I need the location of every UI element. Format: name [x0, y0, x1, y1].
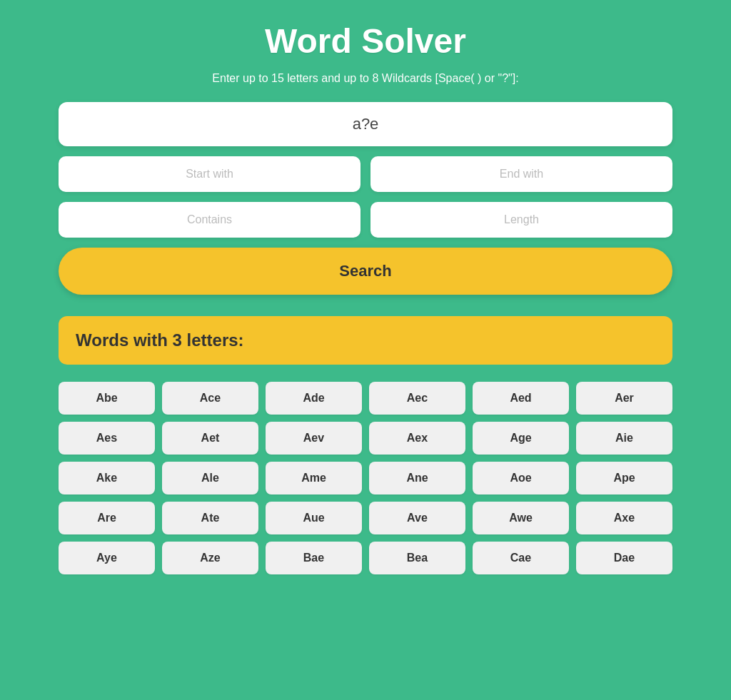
results-heading: Words with 3 letters:: [76, 330, 655, 350]
word-tile[interactable]: Abe: [59, 382, 155, 415]
word-tile[interactable]: Bae: [266, 542, 362, 574]
word-tile[interactable]: Cae: [473, 542, 569, 574]
word-tile[interactable]: Aze: [162, 542, 258, 574]
word-tile[interactable]: Ape: [576, 462, 672, 494]
word-tile[interactable]: Ate: [162, 502, 258, 534]
contains-input[interactable]: [59, 202, 361, 238]
word-tile[interactable]: Ane: [369, 462, 465, 494]
filter-row-1: [59, 156, 672, 192]
word-tile[interactable]: Dae: [576, 542, 672, 574]
word-tile[interactable]: Bea: [369, 542, 465, 574]
length-input[interactable]: [370, 202, 672, 238]
word-tile[interactable]: Aex: [369, 422, 465, 455]
word-tile[interactable]: Aer: [576, 382, 672, 415]
word-tile[interactable]: Aoe: [473, 462, 569, 494]
word-tile[interactable]: Aed: [473, 382, 569, 415]
word-tile[interactable]: Ade: [266, 382, 362, 415]
word-tile[interactable]: Aev: [266, 422, 362, 455]
main-search-input[interactable]: [59, 102, 672, 146]
word-tile[interactable]: Aec: [369, 382, 465, 415]
word-tile[interactable]: Ake: [59, 462, 155, 494]
word-tile[interactable]: Aes: [59, 422, 155, 455]
word-tile[interactable]: Ame: [266, 462, 362, 494]
end-with-input[interactable]: [370, 156, 672, 192]
word-tile[interactable]: Aye: [59, 542, 155, 574]
word-tile[interactable]: Axe: [576, 502, 672, 534]
word-tile[interactable]: Are: [59, 502, 155, 534]
words-grid: AbeAceAdeAecAedAerAesAetAevAexAgeAieAkeA…: [59, 382, 672, 574]
subtitle: Enter up to 15 letters and up to 8 Wildc…: [59, 72, 672, 85]
word-tile[interactable]: Aue: [266, 502, 362, 534]
results-header: Words with 3 letters:: [59, 316, 672, 365]
word-tile[interactable]: Aet: [162, 422, 258, 455]
word-tile[interactable]: Age: [473, 422, 569, 455]
filter-row-2: [59, 202, 672, 238]
search-button[interactable]: Search: [59, 248, 672, 295]
word-tile[interactable]: Ale: [162, 462, 258, 494]
word-tile[interactable]: Awe: [473, 502, 569, 534]
word-tile[interactable]: Aie: [576, 422, 672, 455]
word-tile[interactable]: Ave: [369, 502, 465, 534]
start-with-input[interactable]: [59, 156, 361, 192]
word-tile[interactable]: Ace: [162, 382, 258, 415]
page-title: Word Solver: [59, 21, 672, 61]
